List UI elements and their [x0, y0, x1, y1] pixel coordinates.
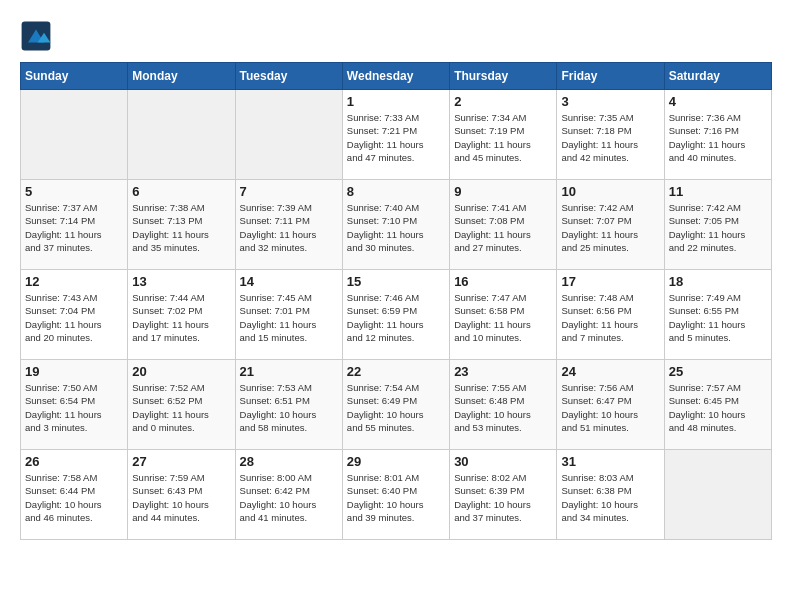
day-info: Sunrise: 7:40 AM Sunset: 7:10 PM Dayligh…: [347, 201, 445, 254]
calendar-header: SundayMondayTuesdayWednesdayThursdayFrid…: [21, 63, 772, 90]
day-info: Sunrise: 7:41 AM Sunset: 7:08 PM Dayligh…: [454, 201, 552, 254]
day-number: 19: [25, 364, 123, 379]
day-info: Sunrise: 7:49 AM Sunset: 6:55 PM Dayligh…: [669, 291, 767, 344]
day-cell: 1Sunrise: 7:33 AM Sunset: 7:21 PM Daylig…: [342, 90, 449, 180]
day-info: Sunrise: 7:52 AM Sunset: 6:52 PM Dayligh…: [132, 381, 230, 434]
day-info: Sunrise: 7:37 AM Sunset: 7:14 PM Dayligh…: [25, 201, 123, 254]
day-number: 12: [25, 274, 123, 289]
day-cell: [235, 90, 342, 180]
day-info: Sunrise: 7:33 AM Sunset: 7:21 PM Dayligh…: [347, 111, 445, 164]
day-info: Sunrise: 7:57 AM Sunset: 6:45 PM Dayligh…: [669, 381, 767, 434]
day-cell: 24Sunrise: 7:56 AM Sunset: 6:47 PM Dayli…: [557, 360, 664, 450]
day-number: 14: [240, 274, 338, 289]
day-cell: 27Sunrise: 7:59 AM Sunset: 6:43 PM Dayli…: [128, 450, 235, 540]
day-cell: 20Sunrise: 7:52 AM Sunset: 6:52 PM Dayli…: [128, 360, 235, 450]
day-cell: 13Sunrise: 7:44 AM Sunset: 7:02 PM Dayli…: [128, 270, 235, 360]
day-number: 21: [240, 364, 338, 379]
day-cell: 22Sunrise: 7:54 AM Sunset: 6:49 PM Dayli…: [342, 360, 449, 450]
day-info: Sunrise: 7:42 AM Sunset: 7:05 PM Dayligh…: [669, 201, 767, 254]
day-info: Sunrise: 7:36 AM Sunset: 7:16 PM Dayligh…: [669, 111, 767, 164]
day-cell: 16Sunrise: 7:47 AM Sunset: 6:58 PM Dayli…: [450, 270, 557, 360]
logo: [20, 20, 56, 52]
day-cell: 2Sunrise: 7:34 AM Sunset: 7:19 PM Daylig…: [450, 90, 557, 180]
day-number: 6: [132, 184, 230, 199]
day-cell: 21Sunrise: 7:53 AM Sunset: 6:51 PM Dayli…: [235, 360, 342, 450]
day-number: 27: [132, 454, 230, 469]
header-row: SundayMondayTuesdayWednesdayThursdayFrid…: [21, 63, 772, 90]
day-info: Sunrise: 8:02 AM Sunset: 6:39 PM Dayligh…: [454, 471, 552, 524]
calendar-table: SundayMondayTuesdayWednesdayThursdayFrid…: [20, 62, 772, 540]
day-number: 20: [132, 364, 230, 379]
logo-icon: [20, 20, 52, 52]
day-cell: 26Sunrise: 7:58 AM Sunset: 6:44 PM Dayli…: [21, 450, 128, 540]
day-number: 9: [454, 184, 552, 199]
day-info: Sunrise: 7:39 AM Sunset: 7:11 PM Dayligh…: [240, 201, 338, 254]
day-info: Sunrise: 7:48 AM Sunset: 6:56 PM Dayligh…: [561, 291, 659, 344]
day-info: Sunrise: 7:46 AM Sunset: 6:59 PM Dayligh…: [347, 291, 445, 344]
day-number: 1: [347, 94, 445, 109]
calendar-body: 1Sunrise: 7:33 AM Sunset: 7:21 PM Daylig…: [21, 90, 772, 540]
day-cell: [664, 450, 771, 540]
day-cell: 12Sunrise: 7:43 AM Sunset: 7:04 PM Dayli…: [21, 270, 128, 360]
week-row-5: 26Sunrise: 7:58 AM Sunset: 6:44 PM Dayli…: [21, 450, 772, 540]
week-row-2: 5Sunrise: 7:37 AM Sunset: 7:14 PM Daylig…: [21, 180, 772, 270]
day-info: Sunrise: 7:45 AM Sunset: 7:01 PM Dayligh…: [240, 291, 338, 344]
day-number: 8: [347, 184, 445, 199]
day-cell: 19Sunrise: 7:50 AM Sunset: 6:54 PM Dayli…: [21, 360, 128, 450]
day-info: Sunrise: 7:35 AM Sunset: 7:18 PM Dayligh…: [561, 111, 659, 164]
day-info: Sunrise: 7:54 AM Sunset: 6:49 PM Dayligh…: [347, 381, 445, 434]
day-number: 2: [454, 94, 552, 109]
day-cell: 18Sunrise: 7:49 AM Sunset: 6:55 PM Dayli…: [664, 270, 771, 360]
day-number: 15: [347, 274, 445, 289]
header: [20, 20, 772, 52]
day-cell: [128, 90, 235, 180]
header-cell-wednesday: Wednesday: [342, 63, 449, 90]
day-number: 29: [347, 454, 445, 469]
day-info: Sunrise: 8:00 AM Sunset: 6:42 PM Dayligh…: [240, 471, 338, 524]
day-number: 13: [132, 274, 230, 289]
day-number: 30: [454, 454, 552, 469]
day-cell: 9Sunrise: 7:41 AM Sunset: 7:08 PM Daylig…: [450, 180, 557, 270]
day-number: 10: [561, 184, 659, 199]
day-number: 7: [240, 184, 338, 199]
day-info: Sunrise: 8:01 AM Sunset: 6:40 PM Dayligh…: [347, 471, 445, 524]
day-info: Sunrise: 7:50 AM Sunset: 6:54 PM Dayligh…: [25, 381, 123, 434]
day-cell: 30Sunrise: 8:02 AM Sunset: 6:39 PM Dayli…: [450, 450, 557, 540]
day-cell: 8Sunrise: 7:40 AM Sunset: 7:10 PM Daylig…: [342, 180, 449, 270]
day-cell: 23Sunrise: 7:55 AM Sunset: 6:48 PM Dayli…: [450, 360, 557, 450]
day-info: Sunrise: 7:44 AM Sunset: 7:02 PM Dayligh…: [132, 291, 230, 344]
day-info: Sunrise: 7:42 AM Sunset: 7:07 PM Dayligh…: [561, 201, 659, 254]
day-number: 23: [454, 364, 552, 379]
day-info: Sunrise: 7:47 AM Sunset: 6:58 PM Dayligh…: [454, 291, 552, 344]
day-number: 3: [561, 94, 659, 109]
day-cell: 10Sunrise: 7:42 AM Sunset: 7:07 PM Dayli…: [557, 180, 664, 270]
day-info: Sunrise: 7:55 AM Sunset: 6:48 PM Dayligh…: [454, 381, 552, 434]
header-cell-thursday: Thursday: [450, 63, 557, 90]
header-cell-friday: Friday: [557, 63, 664, 90]
day-info: Sunrise: 7:59 AM Sunset: 6:43 PM Dayligh…: [132, 471, 230, 524]
day-number: 24: [561, 364, 659, 379]
day-cell: 4Sunrise: 7:36 AM Sunset: 7:16 PM Daylig…: [664, 90, 771, 180]
day-cell: 5Sunrise: 7:37 AM Sunset: 7:14 PM Daylig…: [21, 180, 128, 270]
day-cell: [21, 90, 128, 180]
day-cell: 17Sunrise: 7:48 AM Sunset: 6:56 PM Dayli…: [557, 270, 664, 360]
day-number: 18: [669, 274, 767, 289]
day-info: Sunrise: 7:43 AM Sunset: 7:04 PM Dayligh…: [25, 291, 123, 344]
day-cell: 31Sunrise: 8:03 AM Sunset: 6:38 PM Dayli…: [557, 450, 664, 540]
day-cell: 3Sunrise: 7:35 AM Sunset: 7:18 PM Daylig…: [557, 90, 664, 180]
day-number: 17: [561, 274, 659, 289]
day-cell: 7Sunrise: 7:39 AM Sunset: 7:11 PM Daylig…: [235, 180, 342, 270]
day-number: 11: [669, 184, 767, 199]
day-cell: 11Sunrise: 7:42 AM Sunset: 7:05 PM Dayli…: [664, 180, 771, 270]
header-cell-sunday: Sunday: [21, 63, 128, 90]
day-cell: 28Sunrise: 8:00 AM Sunset: 6:42 PM Dayli…: [235, 450, 342, 540]
day-info: Sunrise: 7:58 AM Sunset: 6:44 PM Dayligh…: [25, 471, 123, 524]
header-cell-tuesday: Tuesday: [235, 63, 342, 90]
week-row-3: 12Sunrise: 7:43 AM Sunset: 7:04 PM Dayli…: [21, 270, 772, 360]
day-cell: 29Sunrise: 8:01 AM Sunset: 6:40 PM Dayli…: [342, 450, 449, 540]
week-row-1: 1Sunrise: 7:33 AM Sunset: 7:21 PM Daylig…: [21, 90, 772, 180]
day-info: Sunrise: 8:03 AM Sunset: 6:38 PM Dayligh…: [561, 471, 659, 524]
day-cell: 25Sunrise: 7:57 AM Sunset: 6:45 PM Dayli…: [664, 360, 771, 450]
day-info: Sunrise: 7:56 AM Sunset: 6:47 PM Dayligh…: [561, 381, 659, 434]
header-cell-monday: Monday: [128, 63, 235, 90]
